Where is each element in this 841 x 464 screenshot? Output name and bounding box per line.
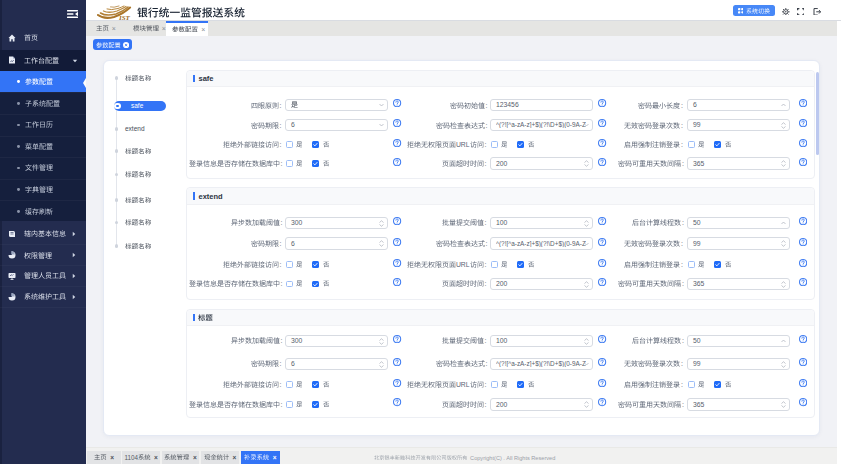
svg-text:IST: IST bbox=[118, 13, 131, 20]
